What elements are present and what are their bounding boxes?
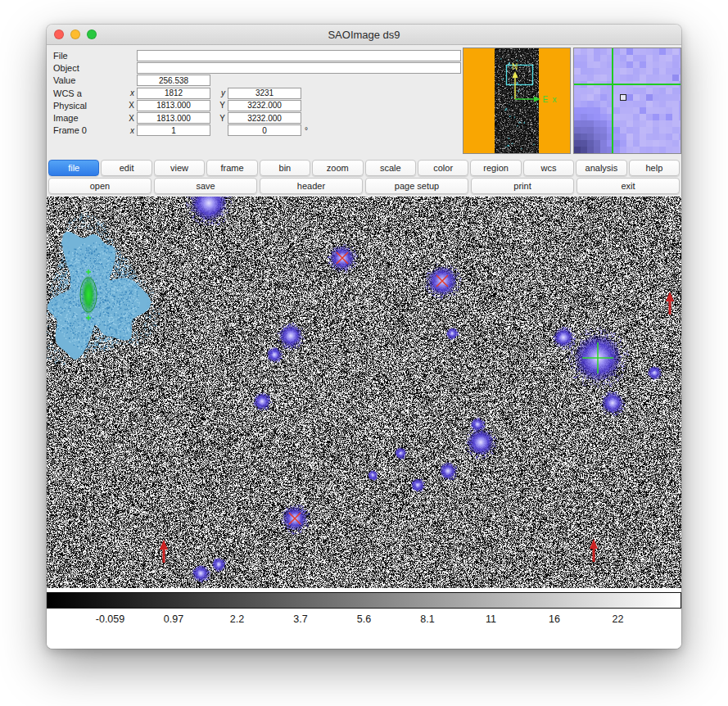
magnifier-canvas[interactable]	[573, 48, 681, 154]
object-field[interactable]	[137, 62, 461, 74]
object-label: Object	[53, 63, 124, 73]
colorbar-tick: 22	[613, 613, 624, 625]
info-panel: File Object Value WCS a x y	[47, 45, 681, 158]
physical-x-sublabel: X	[124, 101, 137, 110]
colorbar-tick: 0.97	[164, 613, 183, 625]
colorbar-tick: 3.7	[293, 613, 307, 625]
menu-bin[interactable]: bin	[260, 160, 310, 176]
menu-help[interactable]: help	[629, 160, 680, 176]
image-row: Image X Y	[53, 111, 461, 124]
menu-zoom[interactable]: zoom	[312, 160, 363, 176]
file-row: File	[53, 49, 461, 61]
panner-canvas[interactable]	[463, 48, 571, 154]
menu-bar: file edit view frame bin zoom scale colo…	[47, 158, 681, 177]
frame-row: Frame 0 x °	[53, 124, 461, 137]
ds9-window: SAOImage ds9 File Object Value WCS a x	[47, 25, 681, 649]
window-title: SAOImage ds9	[47, 29, 681, 41]
header-button[interactable]: header	[260, 178, 363, 194]
save-button[interactable]: save	[154, 178, 257, 194]
menu-edit[interactable]: edit	[101, 160, 151, 176]
menu-color[interactable]: color	[418, 160, 468, 176]
wcs-y-sublabel: y	[215, 88, 228, 97]
file-label: File	[53, 51, 124, 61]
print-button[interactable]: print	[471, 178, 574, 194]
image-x-field[interactable]	[137, 112, 210, 124]
colorbar-tick: 2.2	[230, 613, 244, 625]
close-button[interactable]	[54, 29, 64, 39]
colorbar-area: -0.059 0.97 2.2 3.7 5.6 8.1 11 16 22	[47, 588, 681, 649]
open-button[interactable]: open	[48, 178, 151, 194]
menu-frame[interactable]: frame	[206, 160, 257, 176]
physical-y-sublabel: Y	[215, 101, 228, 110]
colorbar-tick: 8.1	[420, 613, 434, 625]
wcs-label: WCS a	[53, 88, 124, 98]
colorbar[interactable]	[47, 592, 681, 609]
menu-region[interactable]: region	[470, 160, 521, 176]
file-field[interactable]	[137, 50, 461, 61]
wcs-y-field[interactable]	[228, 88, 301, 99]
physical-x-field[interactable]	[137, 100, 210, 111]
frame-zoom-field[interactable]	[137, 124, 210, 136]
wcs-x-field[interactable]	[137, 88, 210, 99]
info-grid: File Object Value WCS a x y	[53, 49, 461, 137]
value-label: Value	[53, 75, 124, 85]
colorbar-tick: -0.059	[96, 613, 124, 625]
frame-label: Frame 0	[53, 125, 124, 135]
toolbar: open save header page setup print exit	[47, 177, 681, 197]
colorbar-tick: 5.6	[357, 613, 371, 625]
image-x-sublabel: X	[124, 114, 137, 123]
physical-row: Physical X Y	[53, 99, 461, 111]
traffic-lights	[54, 29, 97, 39]
menu-wcs[interactable]: wcs	[523, 160, 574, 176]
image-y-field[interactable]	[228, 112, 301, 124]
menu-view[interactable]: view	[154, 160, 205, 176]
frame-rotate-field[interactable]	[228, 124, 301, 136]
value-row: Value	[53, 75, 461, 87]
minimize-button[interactable]	[70, 29, 80, 39]
image-area[interactable]	[47, 197, 681, 588]
title-bar[interactable]: SAOImage ds9	[47, 25, 681, 45]
colorbar-ticks: -0.059 0.97 2.2 3.7 5.6 8.1 11 16 22	[47, 613, 681, 630]
wcs-x-sublabel: x	[124, 88, 137, 97]
object-row: Object	[53, 61, 461, 74]
wcs-row: WCS a x y	[53, 87, 461, 99]
menu-file[interactable]: file	[48, 160, 99, 176]
image-y-sublabel: Y	[215, 114, 228, 123]
zoom-button[interactable]	[87, 29, 97, 39]
physical-y-field[interactable]	[228, 100, 301, 111]
colorbar-tick: 11	[486, 613, 496, 625]
menu-analysis[interactable]: analysis	[576, 160, 626, 176]
image-label: Image	[53, 113, 124, 123]
degree-symbol: °	[305, 126, 308, 135]
value-field[interactable]	[137, 75, 210, 86]
exit-button[interactable]: exit	[577, 178, 680, 194]
page-setup-button[interactable]: page setup	[365, 178, 468, 194]
colorbar-tick: 16	[549, 613, 560, 625]
menu-scale[interactable]: scale	[365, 160, 416, 176]
frame-x-sublabel: x	[124, 126, 137, 135]
image-canvas[interactable]	[47, 197, 681, 588]
physical-label: Physical	[53, 101, 124, 111]
